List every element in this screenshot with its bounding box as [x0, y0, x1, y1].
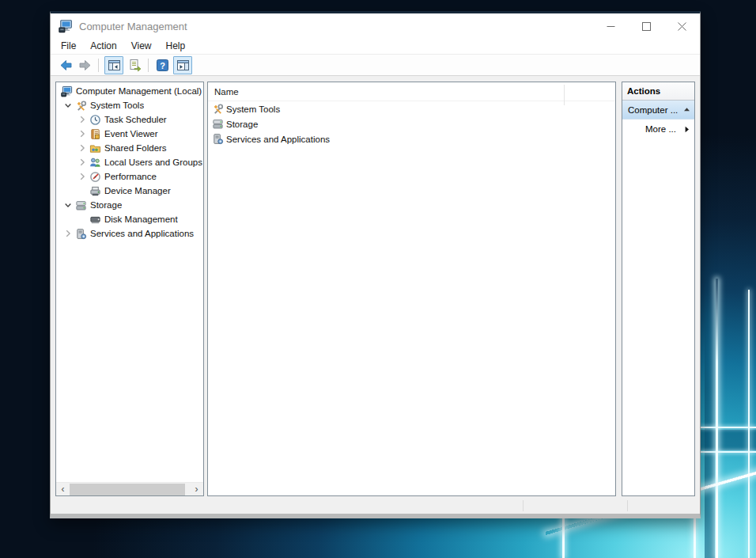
tree-item-label: Local Users and Groups — [104, 158, 202, 167]
tree-expander-icon[interactable] — [77, 157, 88, 168]
titlebar[interactable]: Computer Management — [51, 13, 700, 39]
console-tree: Computer Management (Local) System Tools — [56, 84, 203, 241]
more-actions-label: More ... — [645, 124, 676, 134]
column-divider[interactable] — [564, 85, 565, 105]
more-actions-item[interactable]: More ... — [622, 120, 694, 139]
tree-item[interactable]: Shared Folders — [56, 141, 203, 155]
list-item-icon — [212, 118, 224, 130]
tree-item[interactable]: Services and Applications — [56, 226, 203, 241]
results-list-pane: Name System Tools Storage — [207, 82, 616, 496]
maximize-button[interactable] — [629, 13, 664, 39]
tree-expander-icon[interactable] — [77, 128, 88, 139]
computer-management-window: Computer Management File Action V — [50, 11, 701, 518]
actions-pane-title: Actions — [622, 82, 694, 101]
tree-item[interactable]: Task Scheduler — [56, 112, 203, 127]
tree-expander-icon[interactable] — [62, 100, 74, 111]
tree-expander-icon[interactable] — [77, 142, 88, 154]
menu-item[interactable]: View — [124, 39, 159, 54]
tree-item-label: System Tools — [90, 101, 144, 110]
wallpaper-beam — [716, 279, 718, 558]
tree-expander-icon[interactable] — [62, 199, 74, 211]
tree-item[interactable]: Event Viewer — [56, 127, 203, 141]
back-button[interactable] — [56, 56, 75, 74]
window-title: Computer Management — [79, 21, 187, 32]
wallpaper-beam — [748, 290, 750, 558]
column-header-label: Name — [214, 87, 239, 97]
minimize-button[interactable] — [593, 13, 629, 39]
wallpaper-beam — [562, 514, 565, 558]
tree-item[interactable]: Performance — [56, 169, 203, 184]
window-controls — [593, 13, 700, 39]
list-item-label: System Tools — [226, 104, 280, 114]
menu-item[interactable]: Help — [159, 39, 193, 54]
scrollbar-thumb[interactable] — [70, 484, 185, 495]
scroll-left-arrow-icon[interactable]: ‹ — [56, 483, 70, 496]
menu-bar: File Action View Help — [51, 39, 700, 55]
tree-expander-icon[interactable] — [62, 228, 74, 239]
toolbar-separator — [148, 59, 149, 72]
scrollbar-track[interactable] — [70, 483, 190, 496]
menu-item[interactable]: Action — [83, 39, 123, 54]
list-item-label: Services and Applications — [226, 135, 330, 144]
desktop-background: Computer Management File Action V — [0, 0, 756, 558]
export-list-button[interactable] — [125, 56, 144, 74]
tree-item-label: Performance — [104, 172, 157, 181]
computer-management-app-icon — [59, 19, 73, 33]
tree-item-icon — [75, 100, 87, 112]
list-item-icon — [212, 103, 224, 115]
wallpaper-beam — [701, 427, 756, 428]
show-hide-action-pane-button[interactable] — [173, 56, 192, 74]
wallpaper-beam — [701, 451, 756, 453]
wallpaper-pane-gap — [705, 275, 715, 558]
tree-item[interactable]: Device Manager — [56, 184, 203, 198]
horizontal-scrollbar[interactable]: ‹ › — [56, 482, 203, 495]
status-bar — [51, 498, 700, 514]
tree-item-label: Disk Management — [104, 214, 178, 224]
results-list: System Tools Storage Services and Applic… — [208, 101, 615, 146]
tree-item-icon — [89, 171, 101, 183]
tree-item[interactable]: System Tools — [56, 98, 203, 112]
wallpaper-beam — [694, 513, 696, 558]
status-bar-divider — [523, 500, 524, 511]
tree-item-label: Task Scheduler — [104, 115, 167, 124]
forward-button[interactable] — [75, 56, 94, 74]
svg-text:?: ? — [160, 60, 165, 70]
help-button[interactable]: ? — [153, 56, 172, 74]
tree-item-icon — [75, 199, 87, 211]
console-content: Computer Management (Local) System Tools — [51, 76, 700, 498]
tree-item-label: Shared Folders — [104, 143, 167, 153]
scroll-right-arrow-icon[interactable]: › — [190, 483, 203, 496]
tree-item-icon — [89, 157, 101, 169]
tree-item-label: Event Viewer — [104, 129, 158, 139]
tree-item-label: Storage — [90, 200, 122, 210]
submenu-arrow-icon — [683, 126, 690, 133]
toolbar-separator — [98, 59, 99, 72]
name-column-header[interactable]: Name — [208, 82, 615, 101]
tree-item-icon — [89, 142, 101, 154]
tree-expander-icon[interactable] — [77, 171, 88, 182]
tree-item[interactable]: Local Users and Groups — [56, 155, 203, 169]
list-item[interactable]: Services and Applications — [208, 131, 615, 146]
tree-expander-icon[interactable] — [77, 114, 88, 125]
actions-section-label: Computer ... — [628, 105, 678, 115]
tree-item-icon — [89, 128, 101, 140]
list-item[interactable]: Storage — [208, 116, 615, 131]
tree-item[interactable]: Computer Management (Local) — [56, 84, 203, 98]
tree-item-icon — [75, 228, 87, 240]
menu-item[interactable]: File — [54, 39, 83, 54]
actions-section-header[interactable]: Computer ... — [622, 101, 694, 120]
tree-item-label: Device Manager — [104, 186, 171, 195]
list-item[interactable]: System Tools — [208, 101, 615, 116]
list-item-icon — [212, 133, 224, 145]
wallpaper-pane-gap — [701, 430, 756, 450]
close-button[interactable] — [664, 13, 700, 39]
collapse-up-icon[interactable] — [683, 106, 690, 113]
show-hide-console-tree-button[interactable] — [104, 56, 123, 74]
toolbar: ? — [51, 55, 700, 76]
tree-item[interactable]: Disk Management — [56, 212, 203, 226]
tree-item[interactable]: Storage — [56, 198, 203, 212]
console-tree-pane: Computer Management (Local) System Tools — [55, 82, 204, 496]
actions-pane: Actions Computer ... More ... — [622, 82, 695, 496]
tree-item-icon — [89, 214, 101, 226]
tree-item-icon — [89, 185, 101, 197]
